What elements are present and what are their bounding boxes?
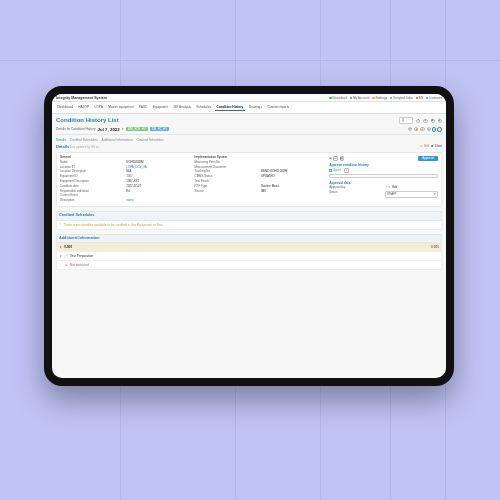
topbar-link-settings[interactable]: Settings — [372, 96, 387, 100]
app-title: Integrity Management System — [56, 96, 107, 100]
status-select[interactable]: DRAFT ▾ — [385, 191, 438, 198]
chevron-down-icon: ▾ — [434, 193, 436, 197]
menu-schedules[interactable]: Schedules — [195, 104, 212, 111]
k-cond-date: Condition date — [60, 185, 124, 189]
addl-row-1-label: Test Preparation — [70, 254, 93, 258]
undo-icon[interactable]: ↶ — [408, 127, 412, 131]
menu-fasc[interactable]: FASC — [138, 104, 149, 111]
edit-link[interactable]: ✎ Edit — [420, 145, 429, 148]
k-name: Name — [60, 161, 124, 165]
v-name: KCH0100DM — [126, 161, 190, 165]
menu-hazop[interactable]: HAZOP — [77, 104, 90, 111]
v-mp-no — [261, 161, 325, 165]
v-status[interactable]: DRAFT ▾ — [385, 191, 438, 198]
credited-empty-msg: There is no schedule available to be cre… — [64, 223, 164, 227]
addl-info-title: Additional Information — [56, 234, 442, 244]
approval-button[interactable]: Approval — [418, 156, 438, 162]
approval-column: ◀ ☐ ▤ Approval Approve condition history… — [329, 156, 438, 203]
lock-icon[interactable]: 🔒 — [414, 127, 418, 131]
add-icon[interactable]: ＋ — [423, 119, 427, 123]
subtab-additional-information[interactable]: Additional Information — [102, 138, 133, 142]
menu-drawings[interactable]: Drawings — [248, 104, 264, 111]
v-approved-by[interactable]: ⚠ ✎ Edit — [385, 186, 438, 190]
agree-checkbox[interactable]: Agree i — [329, 168, 438, 173]
stop-icon: ⊘ — [65, 263, 68, 267]
addl-row-2[interactable]: ⊘ Not executed — [56, 261, 442, 270]
subtab-credited-schedules[interactable]: Credited Schedules — [70, 138, 98, 142]
export-csv-icon[interactable]: ⤓ — [420, 127, 424, 131]
subtab-created-schedules[interactable]: Created Schedules — [136, 138, 163, 142]
menu-lopa[interactable]: LOPA — [93, 104, 104, 111]
v-rtf: Routine Maint. — [261, 185, 325, 189]
menu-master-equipment[interactable]: Master equipment — [107, 104, 135, 111]
details-grid: General NameKCH0100DM Location IDLOPA_DC… — [56, 152, 442, 207]
main-menu: Dashboard HAZOP LOPA Master equipment FA… — [52, 102, 446, 114]
topbar-link-licences[interactable]: Licences — [426, 96, 442, 100]
v-cur-event — [126, 194, 190, 198]
k-status: Status — [329, 191, 382, 198]
menu-condition-history[interactable]: Condition History — [215, 104, 244, 111]
menu-custom-reports[interactable]: Custom reports — [266, 104, 290, 111]
warning-icon: ⚠ — [59, 223, 62, 227]
checkbox-icon — [329, 169, 332, 172]
top-bar-links: Download My Account Settings Scripted Jo… — [329, 96, 442, 100]
info-icon[interactable]: i — [344, 168, 349, 173]
v-location-desc: N/A — [126, 170, 190, 174]
status-value: DRAFT — [387, 193, 397, 197]
topbar-link-en[interactable]: EN — [416, 96, 424, 100]
topbar-link-download[interactable]: Download — [329, 96, 346, 100]
topbar-link-my-account[interactable]: My Account — [350, 96, 370, 100]
nav-prev-icon[interactable] — [432, 127, 437, 132]
agree-label: Agree — [333, 169, 341, 173]
page-title: Condition History List — [56, 117, 119, 125]
menu-sif-analysis[interactable]: SIF Analysis — [172, 104, 192, 111]
addl-group-name: V-001 — [64, 245, 72, 249]
addl-row-1[interactable]: ▾ 📄 Test Preparation — [56, 252, 442, 261]
v-cond-date: 2022-07-07 — [126, 185, 190, 189]
subtab-details[interactable]: Details — [56, 138, 66, 142]
menu-equipment[interactable]: Equipment — [152, 104, 170, 111]
search-input[interactable]: Q — [399, 117, 413, 124]
file-icon: 📄 — [64, 254, 68, 258]
k-approved-by: Approved by — [329, 186, 382, 190]
k-rtf: RTF Type — [195, 185, 259, 189]
v-description[interactable]: name — [126, 199, 190, 203]
addl-group-header[interactable]: ▾ V-001 V-001 — [56, 243, 442, 252]
action-icon-1[interactable]: ☐ — [333, 156, 338, 161]
action-icon-2[interactable]: ▤ — [340, 156, 345, 161]
v-source: IMS — [261, 190, 325, 194]
chevron-down-icon: ▾ — [60, 254, 62, 258]
credited-schedules-title: Credited Schedules — [56, 211, 442, 221]
detail-header-label: Details for Condition History — [56, 127, 96, 131]
topbar-link-scripted-jobs[interactable]: Scripted Jobs — [390, 96, 413, 100]
k-mp-no: Measuring Point No — [195, 161, 259, 165]
tablet-frame: Integrity Management System Download My … — [44, 86, 454, 386]
detail-header: Details for Condition History Jul 7, 202… — [56, 127, 442, 136]
impl-column: Implementation System Measuring Point No… — [195, 156, 326, 203]
top-bar: Integrity Management System Download My … — [52, 94, 446, 102]
details-panel-header: Details Last updated by GG on ✎ Edit ✖ C… — [56, 144, 442, 149]
v-location-id[interactable]: LOPA_DCV_VA — [126, 166, 190, 170]
search-area: Q • ＋ ⚙ ⇩ — [399, 117, 442, 124]
chevron-down-icon[interactable]: ▾ — [122, 127, 124, 131]
addl-row-2-label: Not executed — [70, 263, 89, 267]
k-source: Source — [195, 190, 259, 194]
tag-pill-2[interactable]: DM_RC_HV — [150, 127, 169, 131]
nav-left-icon[interactable]: ◀ — [329, 156, 331, 160]
credited-empty: ⚠ There is no schedule available to be c… — [56, 221, 442, 230]
settings-icon[interactable]: ⚙ — [431, 119, 435, 123]
approval-comment-input[interactable] — [329, 174, 438, 178]
nav-next-icon[interactable] — [437, 127, 442, 132]
warn-icon: ⚠ — [385, 185, 388, 189]
approve-title: Approve condition history — [329, 163, 438, 167]
export-icon[interactable]: ⇩ — [438, 119, 442, 123]
tag-pill-1[interactable]: WM_HCR_HV — [126, 127, 148, 131]
page-title-row: Condition History List Q • ＋ ⚙ ⇩ — [56, 117, 442, 125]
close-link[interactable]: ✖ Close — [431, 145, 442, 148]
print-icon[interactable]: ⎙ — [427, 127, 431, 131]
filter-icon[interactable]: • — [416, 119, 420, 123]
general-column: General NameKCH0100DM Location IDLOPA_DC… — [60, 156, 191, 203]
impl-heading: Implementation System — [195, 156, 326, 160]
menu-dashboard[interactable]: Dashboard — [56, 104, 74, 111]
addl-group-right: V-001 — [431, 245, 439, 249]
